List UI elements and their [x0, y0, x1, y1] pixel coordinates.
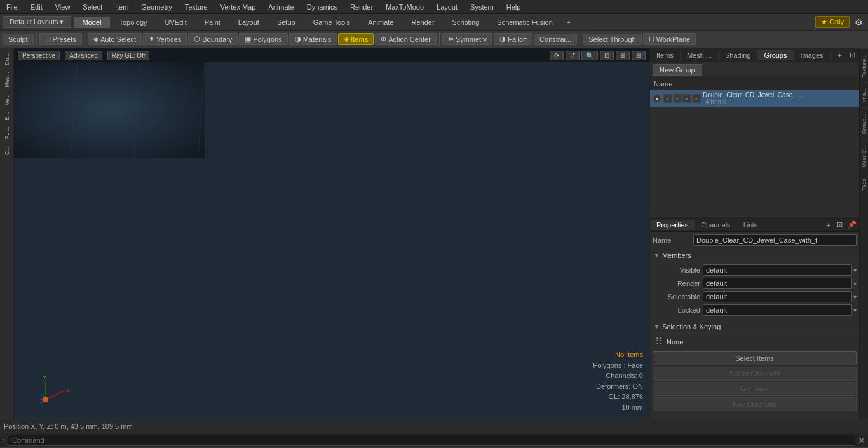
- vp-frame-icon[interactable]: ⊡: [600, 51, 614, 60]
- polygons-button[interactable]: ▣ Polygons: [239, 33, 287, 45]
- constraints-button[interactable]: Constrai...: [534, 34, 577, 45]
- layout-tab-add[interactable]: +: [562, 17, 576, 28]
- star-only-button[interactable]: ★ Only: [815, 16, 850, 28]
- edge-tab-texture[interactable]: Texture...: [860, 48, 868, 83]
- edge-tab-group[interactable]: Group...: [860, 108, 868, 140]
- materials-button[interactable]: ◑ Materials: [289, 33, 337, 45]
- vp-zoom-icon[interactable]: 🔍: [581, 51, 598, 60]
- menu-dynamics[interactable]: Dynamics: [301, 2, 344, 12]
- sidebar-label-mes[interactable]: Mes...: [3, 69, 11, 90]
- select-through-button[interactable]: Select Through: [583, 34, 641, 45]
- layout-tab-uvedit[interactable]: UVEdit: [156, 17, 196, 28]
- advanced-button[interactable]: Advanced: [65, 51, 102, 60]
- prop-tab-channels[interactable]: Channels: [695, 220, 736, 230]
- menu-vertex-map[interactable]: Vertex Map: [214, 2, 262, 12]
- prop-tab-properties[interactable]: Properties: [650, 220, 695, 230]
- menu-help[interactable]: Help: [500, 2, 527, 12]
- layout-tab-gametools[interactable]: Game Tools: [304, 17, 360, 28]
- action-center-button[interactable]: ⊕ Action Center: [375, 33, 437, 45]
- edge-tab-tags[interactable]: Tags: [860, 173, 868, 196]
- key-items-button[interactable]: Key Items: [653, 382, 857, 396]
- groups-tab-add[interactable]: +: [834, 50, 846, 60]
- sidebar-label-ve[interactable]: Ve...: [3, 92, 11, 108]
- groups-list[interactable]: ● ▪ ▪ ▪ ▪ Double_Clear_CD_Jewel_Case_ ..…: [650, 90, 859, 217]
- members-section-header[interactable]: ▼ Members: [653, 250, 857, 262]
- menu-maxtomodo[interactable]: MaxToModo: [379, 2, 430, 12]
- new-group-button[interactable]: New Group: [653, 64, 702, 76]
- sidebar-label-dup[interactable]: Du...: [3, 51, 11, 68]
- render-select[interactable]: default: [703, 278, 852, 289]
- layout-tab-topology[interactable]: Topology: [110, 17, 156, 28]
- tab-groups[interactable]: Groups: [757, 50, 794, 60]
- vertices-button[interactable]: ✦ Vertices: [143, 33, 187, 45]
- layout-tab-model[interactable]: Model: [74, 17, 111, 28]
- name-input[interactable]: [693, 234, 857, 246]
- menu-edit[interactable]: Edit: [24, 2, 49, 12]
- sculpt-button[interactable]: Sculpt: [3, 34, 34, 45]
- vp-grid-icon[interactable]: ⊞: [616, 51, 630, 60]
- perspective-button[interactable]: Perspective: [18, 51, 60, 60]
- sidebar-label-pol[interactable]: Pol...: [3, 124, 11, 142]
- group-icon-4[interactable]: ▪: [692, 94, 701, 103]
- layout-tab-render[interactable]: Render: [402, 17, 443, 28]
- workplane-button[interactable]: ⊟ WorkPlane: [643, 33, 696, 45]
- tab-mesh[interactable]: Mesh ...: [681, 50, 719, 60]
- vp-settings-icon[interactable]: ⊟: [632, 51, 646, 60]
- menu-texture[interactable]: Texture: [179, 2, 214, 12]
- settings-button[interactable]: ⚙: [850, 16, 868, 29]
- group-icon-1[interactable]: ▪: [663, 94, 672, 103]
- layout-tab-layout[interactable]: Layout: [229, 17, 268, 28]
- keying-section-header[interactable]: ▼ Selection & Keying: [653, 321, 857, 333]
- visible-select[interactable]: default: [703, 264, 852, 276]
- menu-layout[interactable]: Layout: [430, 2, 464, 12]
- sidebar-label-c[interactable]: C...: [3, 144, 11, 158]
- menu-system[interactable]: System: [464, 2, 500, 12]
- symmetry-button[interactable]: ⇔ Symmetry: [442, 33, 493, 45]
- tab-items[interactable]: Items: [650, 50, 681, 60]
- locked-select[interactable]: default: [703, 304, 852, 316]
- command-clear-button[interactable]: ✕: [858, 435, 865, 445]
- menu-render[interactable]: Render: [344, 2, 379, 12]
- menu-view[interactable]: View: [49, 2, 77, 12]
- prop-expand-btn[interactable]: ⊡: [834, 219, 845, 230]
- group-icon-2[interactable]: ▪: [673, 94, 682, 103]
- group-visibility-eye[interactable]: ●: [653, 94, 661, 103]
- prop-pin-btn[interactable]: 📌: [845, 219, 859, 230]
- key-channels-button[interactable]: Key Channels: [653, 397, 857, 411]
- command-input[interactable]: [8, 435, 855, 446]
- tab-shading[interactable]: Shading: [719, 50, 757, 60]
- menu-select[interactable]: Select: [76, 2, 109, 12]
- layout-tab-animate[interactable]: Animate: [359, 17, 402, 28]
- items-button[interactable]: ◈ Items: [338, 33, 374, 45]
- viewport[interactable]: Perspective Advanced Ray GL: Off ⟳ ↺ 🔍 ⊡…: [14, 48, 649, 419]
- menu-geometry[interactable]: Geometry: [135, 2, 178, 12]
- select-channels-button[interactable]: Select Channels: [653, 367, 857, 381]
- raygl-button[interactable]: Ray GL: Off: [107, 51, 150, 60]
- prop-tab-add[interactable]: +: [823, 220, 834, 230]
- sidebar-label-e[interactable]: E...: [3, 109, 11, 123]
- layout-tab-scripting[interactable]: Scripting: [444, 17, 489, 28]
- presets-button[interactable]: ⊞ Presets: [39, 33, 82, 45]
- menu-item[interactable]: Item: [109, 2, 135, 12]
- selectable-select[interactable]: default: [703, 291, 852, 302]
- group-icon-3[interactable]: ▪: [682, 94, 691, 103]
- layout-tab-paint[interactable]: Paint: [196, 17, 229, 28]
- falloff-button[interactable]: ◑ Falloff: [494, 33, 532, 45]
- command-arrow-icon[interactable]: ›: [3, 436, 5, 445]
- select-items-button[interactable]: Select Items: [653, 351, 857, 365]
- vp-rotate-icon[interactable]: ⟳: [550, 51, 564, 60]
- edge-tab-userc[interactable]: User C...: [860, 139, 868, 173]
- layout-dropdown[interactable]: Default Layouts ▾: [3, 16, 71, 28]
- menu-animate[interactable]: Animate: [262, 2, 300, 12]
- boundary-button[interactable]: ⬡ Boundary: [188, 33, 238, 45]
- vp-reset-icon[interactable]: ↺: [566, 51, 580, 60]
- prop-tab-lists[interactable]: Lists: [737, 220, 764, 230]
- group-row-0[interactable]: ● ▪ ▪ ▪ ▪ Double_Clear_CD_Jewel_Case_ ..…: [650, 90, 859, 107]
- groups-expand-btn[interactable]: ⊡: [846, 50, 859, 60]
- layout-tab-schematic[interactable]: Schematic Fusion: [488, 17, 561, 28]
- scene-viewport[interactable]: [14, 62, 205, 158]
- menu-file[interactable]: File: [0, 2, 24, 12]
- edge-tab-ima[interactable]: Ima...: [860, 83, 868, 108]
- layout-tab-setup[interactable]: Setup: [268, 17, 304, 28]
- tab-images[interactable]: Images: [794, 50, 830, 60]
